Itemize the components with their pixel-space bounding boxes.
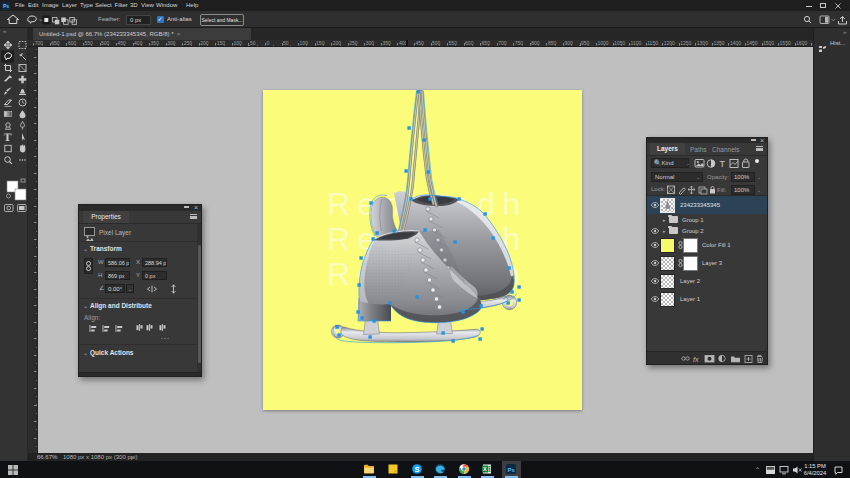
svg-text:S: S [414, 465, 419, 474]
svg-text:Ps: Ps [507, 467, 515, 473]
svg-text:T: T [720, 159, 726, 169]
svg-text:X: X [483, 466, 487, 472]
svg-text:fx: fx [693, 355, 699, 364]
